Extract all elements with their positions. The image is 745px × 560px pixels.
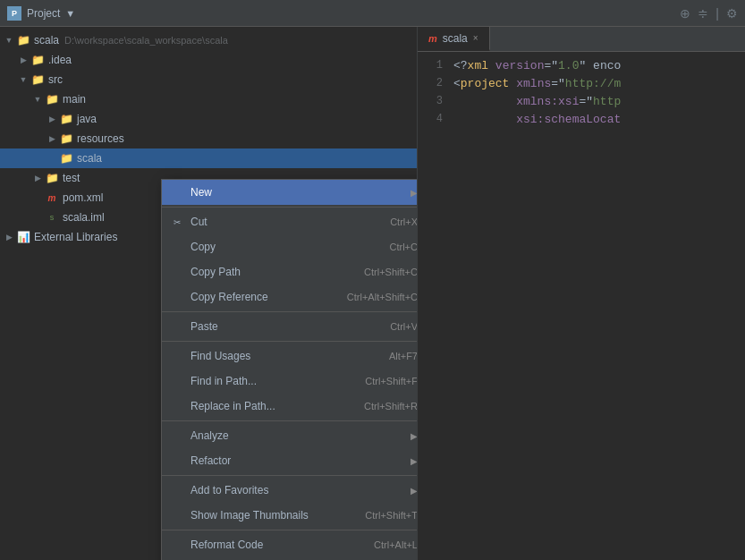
code-text-3: xmlns:xsi="http: [453, 95, 621, 108]
scala-dir-arrow: [47, 153, 57, 164]
line-num-2: 2: [418, 77, 453, 89]
context-menu-find-path[interactable]: Find in Path... Ctrl+Shift+F: [162, 369, 418, 394]
editor-content: 1 <?xml version="1.0" enco 2 <project xm…: [418, 52, 745, 560]
context-menu-copy-ref[interactable]: Copy Reference Ctrl+Alt+Shift+C: [162, 284, 418, 310]
project-icon: P: [7, 6, 21, 21]
tree-item-idea[interactable]: ▶ 📁 .idea: [0, 50, 417, 70]
main-label: main: [63, 93, 86, 106]
divider-5: [162, 475, 418, 476]
main-folder-icon: 📁: [45, 94, 59, 105]
settings-icon[interactable]: ⚙: [726, 6, 738, 21]
add-favorites-icon: [169, 482, 185, 498]
editor-area: m scala × 1 <?xml version="1.0" enco 2 <…: [418, 27, 745, 560]
collapse-icon[interactable]: ≑: [698, 6, 708, 21]
src-arrow: ▼: [18, 74, 29, 85]
tab-scala-icon: m: [428, 33, 437, 44]
java-label: java: [77, 113, 97, 125]
context-menu-find-usages[interactable]: Find Usages Alt+F7: [162, 344, 418, 369]
tab-filename: scala: [443, 32, 468, 45]
new-icon: [169, 184, 185, 200]
tree-item-resources[interactable]: ▶ 📁 resources: [0, 129, 417, 148]
code-line-2: 2 <project xmlns="http://m: [418, 77, 745, 95]
context-menu-copy[interactable]: Copy Ctrl+C: [162, 234, 418, 259]
resources-label: resources: [77, 132, 124, 145]
tree-item-src[interactable]: ▼ 📁 src: [0, 70, 417, 89]
title-bar: P Project ▼ ⊕ ≑ | ⚙: [0, 0, 745, 27]
java-arrow: ▶: [47, 114, 57, 124]
pom-spacer: [32, 192, 43, 203]
context-menu-copy-path[interactable]: Copy Path Ctrl+Shift+C: [162, 259, 418, 284]
refactor-icon: [169, 453, 185, 469]
ext-libs-icon: 📊: [16, 232, 30, 242]
line-num-1: 1: [418, 59, 453, 72]
copy-icon: [169, 239, 185, 255]
tab-close-button[interactable]: ×: [473, 33, 478, 43]
test-label: test: [63, 172, 80, 184]
editor-tabs: m scala ×: [418, 27, 745, 52]
find-usages-icon: [169, 348, 185, 364]
refactor-arrow: ▶: [411, 456, 418, 466]
ext-libs-arrow: ▶: [4, 232, 14, 242]
context-menu-paste[interactable]: Paste Ctrl+V: [162, 314, 418, 339]
test-folder-icon: 📁: [45, 173, 59, 183]
pom-label: pom.xml: [63, 191, 103, 204]
tree-root[interactable]: ▼ 📁 scala D:\workspace\scala_workspace\s…: [0, 30, 417, 50]
new-arrow: ▶: [411, 188, 418, 198]
code-text-2: <project xmlns="http://m: [453, 77, 621, 90]
iml-icon: s: [45, 212, 59, 223]
context-menu-add-favorites[interactable]: Add to Favorites ▶: [162, 478, 418, 503]
project-panel-header: P Project ▼: [7, 6, 75, 21]
reformat-icon: [169, 537, 185, 553]
context-menu-cut[interactable]: ✂ Cut Ctrl+X: [162, 209, 418, 234]
ext-libs-label: External Libraries: [34, 231, 117, 243]
idea-label: .idea: [48, 54, 72, 66]
replace-path-icon: [169, 398, 185, 414]
copy-path-icon: [169, 264, 185, 280]
resources-folder-icon: 📁: [59, 133, 73, 144]
divider-1: [162, 207, 418, 208]
paste-icon: [169, 318, 185, 335]
tree-item-scala[interactable]: 📁 scala: [0, 148, 417, 168]
title-bar-actions: ⊕ ≑ | ⚙: [680, 6, 738, 21]
idea-folder-icon: 📁: [30, 55, 45, 65]
project-sidebar: ▼ 📁 scala D:\workspace\scala_workspace\s…: [0, 27, 418, 560]
project-label: Project: [27, 7, 60, 20]
tree-item-main[interactable]: ▼ 📁 main: [0, 89, 417, 109]
code-line-4: 4 xsi:schemaLocat: [418, 113, 745, 131]
context-menu-reformat[interactable]: Reformat Code Ctrl+Alt+L: [162, 532, 418, 557]
find-path-icon: [169, 373, 185, 389]
context-menu-show-thumbnails[interactable]: Show Image Thumbnails Ctrl+Shift+T: [162, 503, 418, 528]
iml-label: scala.iml: [63, 211, 105, 224]
context-menu: New ▶ ✂ Cut Ctrl+X Copy Ctrl+C Copy Path…: [161, 179, 418, 560]
main-arrow: ▼: [32, 94, 43, 105]
iml-spacer: [32, 212, 43, 223]
context-menu-refactor[interactable]: Refactor ▶: [162, 448, 418, 473]
context-menu-analyze[interactable]: Analyze ▶: [162, 423, 418, 448]
main-layout: ▼ 📁 scala D:\workspace\scala_workspace\s…: [0, 27, 745, 560]
root-label: scala: [34, 34, 59, 47]
sync-icon[interactable]: ⊕: [680, 6, 690, 21]
context-menu-new[interactable]: New ▶: [162, 180, 418, 205]
line-num-4: 4: [418, 113, 453, 125]
cut-icon: ✂: [169, 214, 185, 230]
add-fav-arrow: ▶: [411, 486, 418, 496]
root-path: D:\workspace\scala_workspace\scala: [64, 35, 228, 46]
pom-icon: m: [45, 192, 59, 203]
tree-item-java[interactable]: ▶ 📁 java: [0, 109, 417, 129]
src-folder-icon: 📁: [30, 74, 45, 85]
test-arrow: ▶: [32, 173, 43, 183]
divider-3: [162, 341, 418, 342]
project-dropdown-arrow[interactable]: ▼: [65, 8, 75, 19]
scala-dir-label: scala: [77, 152, 102, 165]
code-line-1: 1 <?xml version="1.0" enco: [418, 59, 745, 77]
divider: |: [715, 6, 719, 21]
code-text-1: <?xml version="1.0" enco: [453, 59, 621, 72]
idea-arrow: ▶: [18, 55, 29, 65]
editor-tab-scala[interactable]: m scala ×: [418, 27, 490, 51]
analyze-arrow: ▶: [411, 431, 418, 441]
divider-2: [162, 311, 418, 312]
code-line-3: 3 xmlns:xsi="http: [418, 95, 745, 113]
root-folder-icon: 📁: [16, 35, 30, 46]
scala-folder-icon: 📁: [59, 153, 73, 164]
context-menu-replace-path[interactable]: Replace in Path... Ctrl+Shift+R: [162, 394, 418, 419]
